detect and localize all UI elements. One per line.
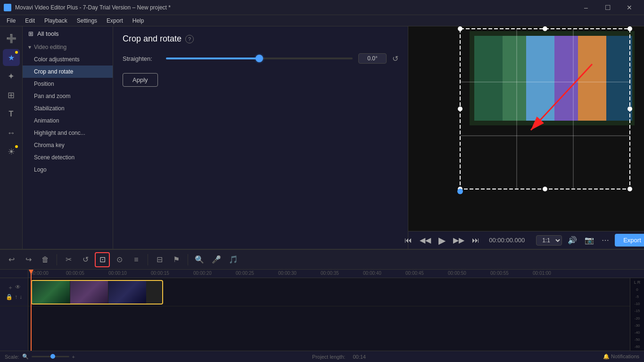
menu-edit[interactable]: Edit [20,16,40,25]
svg-rect-4 [526,36,554,121]
arrow-up-icon[interactable]: ↑ [15,294,17,300]
minimize-button[interactable]: – [575,0,597,15]
crop-timeline-button[interactable]: ⊡ [95,252,110,267]
ruler-mark-4: 00:00:20 [193,271,212,276]
prev-frame-button[interactable]: ◀◀ [418,234,433,247]
arrow-annotation-timeline [162,286,163,300]
zoom-out-icon[interactable]: 🔍 [22,354,29,360]
icon-effects[interactable]: ✦ [3,68,20,85]
video-editing-section[interactable]: ▾ Video editing [23,41,113,53]
all-tools-label: All tools [37,30,59,37]
project-length-label: Project length: [312,354,345,360]
tool-highlight-conc[interactable]: Highlight and conc... [23,127,113,139]
help-icon[interactable]: ? [185,35,194,43]
normalize-button[interactable]: ≡ [129,252,144,267]
icon-transitions[interactable]: ↔ [3,124,20,141]
arrow-down-icon[interactable]: ↓ [19,294,22,300]
text-icon: T [9,110,14,118]
video-track-controls: ＋ 👁 🔒 ↑ ↓ [0,278,28,306]
replay-button[interactable]: ↺ [78,252,93,267]
svg-point-18 [543,187,547,191]
step-back-button[interactable]: ⏮ [403,234,414,247]
svg-point-14 [627,26,632,31]
project-length-value: 00:14 [353,354,366,360]
grid-icon: ⊞ [28,30,33,37]
app-icon [4,4,11,11]
speed-button[interactable]: ⊙ [112,252,127,267]
tool-color-adjustments[interactable]: Color adjustments [23,53,113,66]
icon-add[interactable]: ➕ [3,30,20,47]
ruler-mark-5: 00:00:25 [236,271,254,276]
scale-slider[interactable] [32,356,69,357]
color-dot [15,145,18,148]
preview-controls: ⏮ ◀◀ ▶ ▶▶ ⏭ 00:00:00.000 1:1 2:1 1:2 🔊 📷… [408,231,644,249]
embed-button[interactable]: ⊟ [152,252,167,267]
volume-button[interactable]: 🔊 [566,234,579,247]
screenshot-button[interactable]: 📷 [583,234,596,247]
tool-position[interactable]: Position [23,78,113,90]
svg-point-13 [458,26,462,31]
effects-icon: ✦ [8,71,15,82]
menu-help[interactable]: Help [128,16,149,25]
menu-playback[interactable]: Playback [40,16,72,25]
next-frame-button[interactable]: ▶▶ [451,234,466,247]
add-track-icon[interactable]: ＋ [8,284,13,292]
menu-export[interactable]: Export [102,16,128,25]
export-button[interactable]: Export [615,234,644,247]
tool-stabilization[interactable]: Stabilization [23,102,113,115]
close-button[interactable]: ✕ [619,0,640,15]
ruler-mark-2: 00:00:10 [108,271,127,276]
voice-button[interactable]: 🎵 [226,252,241,267]
time-ruler[interactable]: 00:00:00 00:00:05 00:00:10 00:00:15 00:0… [28,270,644,278]
preview-background [408,26,644,231]
svg-point-21 [457,189,463,194]
apply-button[interactable]: Apply [123,73,158,87]
tool-crop-and-rotate[interactable]: Crop and rotate [23,66,113,78]
video-editing-label: Video editing [34,44,66,50]
video-clip[interactable] [31,280,163,304]
notifications-label[interactable]: 🔔 Notifications [603,354,639,360]
ruler-mark-6: 00:00:30 [278,271,297,276]
icon-text[interactable]: T [3,106,20,123]
cut-button[interactable]: ✂ [61,252,76,267]
track-control-icons-2: 🔒 ↑ ↓ [6,294,22,300]
vu-meter: L R 0 -5 -10 -15 -20 -30 -40 -50 -60 [630,278,644,351]
degree-input[interactable] [358,53,387,64]
eye-icon[interactable]: 👁 [15,284,21,292]
svg-rect-3 [503,36,526,121]
playhead[interactable] [31,270,32,351]
mic-button[interactable]: 🎤 [209,252,224,267]
svg-point-17 [543,26,547,31]
zoom-in-button[interactable]: 🔍 [192,252,207,267]
icon-split-screen[interactable]: ⊞ [3,87,20,104]
crop-rotate-panel: Crop and rotate ? Straighten: ↺ Apply [113,26,408,249]
straighten-slider[interactable] [166,58,353,59]
zoom-ratio-select[interactable]: 1:1 2:1 1:2 [536,235,562,246]
play-button[interactable]: ▶ [437,233,447,248]
lock-icon[interactable]: 🔒 [6,294,13,300]
all-tools-header[interactable]: ⊞ All tools [23,26,113,41]
maximize-button[interactable]: ☐ [597,0,619,15]
color-icon: ☀ [8,147,15,157]
flag-button[interactable]: ⚑ [169,252,184,267]
delete-button[interactable]: 🗑 [38,252,53,267]
svg-rect-5 [554,36,578,121]
separator-3 [188,254,188,265]
tool-chroma-key[interactable]: Chroma key [23,139,113,151]
redo-button[interactable]: ↪ [21,252,36,267]
reset-rotation-button[interactable]: ↺ [392,54,398,63]
tool-animation[interactable]: Animation [23,115,113,127]
tool-logo[interactable]: Logo [23,164,113,176]
menu-settings[interactable]: Settings [72,16,102,25]
timeline-toolbar: ↩ ↪ 🗑 ✂ ↺ ⊡ ⊙ ≡ ⊟ ⚑ 🔍 🎤 🎵 [0,250,644,270]
more-options-button[interactable]: ⋯ [600,234,611,247]
icon-color[interactable]: ☀ [3,143,20,160]
tool-pan-and-zoom[interactable]: Pan and zoom [23,90,113,102]
tool-scene-detection[interactable]: Scene detection [23,151,113,164]
menu-file[interactable]: File [2,16,20,25]
zoom-in-icon[interactable]: + [72,354,75,360]
undo-button[interactable]: ↩ [4,252,19,267]
icon-favorites[interactable]: ★ [3,49,20,66]
step-fwd-button[interactable]: ⏭ [470,234,481,247]
svg-rect-2 [474,36,503,121]
